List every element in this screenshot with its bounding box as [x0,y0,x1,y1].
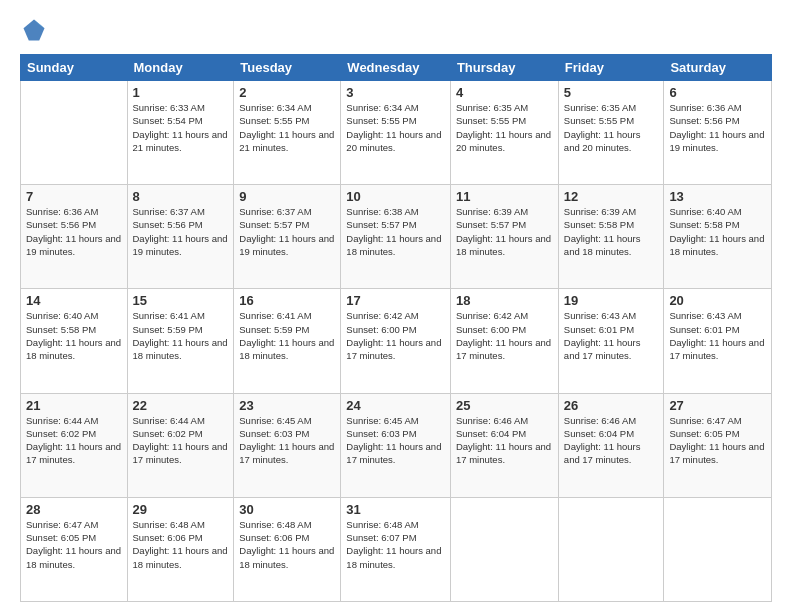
day-info: Sunrise: 6:43 AMSunset: 6:01 PMDaylight:… [564,309,659,362]
calendar-cell: 13Sunrise: 6:40 AMSunset: 5:58 PMDayligh… [664,185,772,289]
day-number: 25 [456,398,553,413]
calendar-cell: 6Sunrise: 6:36 AMSunset: 5:56 PMDaylight… [664,81,772,185]
day-number: 26 [564,398,659,413]
calendar-cell: 14Sunrise: 6:40 AMSunset: 5:58 PMDayligh… [21,289,128,393]
day-info: Sunrise: 6:45 AMSunset: 6:03 PMDaylight:… [346,414,445,467]
day-number: 6 [669,85,766,100]
calendar-cell: 2Sunrise: 6:34 AMSunset: 5:55 PMDaylight… [234,81,341,185]
day-number: 20 [669,293,766,308]
calendar-cell: 23Sunrise: 6:45 AMSunset: 6:03 PMDayligh… [234,393,341,497]
day-info: Sunrise: 6:42 AMSunset: 6:00 PMDaylight:… [346,309,445,362]
day-info: Sunrise: 6:42 AMSunset: 6:00 PMDaylight:… [456,309,553,362]
day-number: 5 [564,85,659,100]
header [20,16,772,44]
day-number: 30 [239,502,335,517]
day-number: 21 [26,398,122,413]
day-number: 31 [346,502,445,517]
day-info: Sunrise: 6:44 AMSunset: 6:02 PMDaylight:… [26,414,122,467]
day-info: Sunrise: 6:41 AMSunset: 5:59 PMDaylight:… [239,309,335,362]
day-info: Sunrise: 6:35 AMSunset: 5:55 PMDaylight:… [456,101,553,154]
calendar-cell: 27Sunrise: 6:47 AMSunset: 6:05 PMDayligh… [664,393,772,497]
calendar-cell: 21Sunrise: 6:44 AMSunset: 6:02 PMDayligh… [21,393,128,497]
calendar-cell: 3Sunrise: 6:34 AMSunset: 5:55 PMDaylight… [341,81,451,185]
day-info: Sunrise: 6:48 AMSunset: 6:06 PMDaylight:… [133,518,229,571]
day-number: 7 [26,189,122,204]
day-number: 4 [456,85,553,100]
calendar-cell: 11Sunrise: 6:39 AMSunset: 5:57 PMDayligh… [450,185,558,289]
calendar-cell: 4Sunrise: 6:35 AMSunset: 5:55 PMDaylight… [450,81,558,185]
day-info: Sunrise: 6:48 AMSunset: 6:07 PMDaylight:… [346,518,445,571]
calendar-table: SundayMondayTuesdayWednesdayThursdayFrid… [20,54,772,602]
day-number: 13 [669,189,766,204]
day-info: Sunrise: 6:40 AMSunset: 5:58 PMDaylight:… [669,205,766,258]
calendar-header-tuesday: Tuesday [234,55,341,81]
day-info: Sunrise: 6:37 AMSunset: 5:57 PMDaylight:… [239,205,335,258]
calendar-cell [450,497,558,601]
day-info: Sunrise: 6:45 AMSunset: 6:03 PMDaylight:… [239,414,335,467]
calendar-cell: 16Sunrise: 6:41 AMSunset: 5:59 PMDayligh… [234,289,341,393]
day-number: 9 [239,189,335,204]
calendar-week-row: 14Sunrise: 6:40 AMSunset: 5:58 PMDayligh… [21,289,772,393]
calendar-cell [558,497,664,601]
day-number: 19 [564,293,659,308]
calendar-header-wednesday: Wednesday [341,55,451,81]
calendar-cell: 20Sunrise: 6:43 AMSunset: 6:01 PMDayligh… [664,289,772,393]
day-info: Sunrise: 6:46 AMSunset: 6:04 PMDaylight:… [564,414,659,467]
svg-marker-0 [24,20,45,41]
day-info: Sunrise: 6:41 AMSunset: 5:59 PMDaylight:… [133,309,229,362]
logo [20,16,52,44]
day-number: 24 [346,398,445,413]
day-number: 2 [239,85,335,100]
calendar-cell: 10Sunrise: 6:38 AMSunset: 5:57 PMDayligh… [341,185,451,289]
calendar-cell: 29Sunrise: 6:48 AMSunset: 6:06 PMDayligh… [127,497,234,601]
calendar-header-monday: Monday [127,55,234,81]
calendar-cell: 25Sunrise: 6:46 AMSunset: 6:04 PMDayligh… [450,393,558,497]
day-info: Sunrise: 6:34 AMSunset: 5:55 PMDaylight:… [346,101,445,154]
day-number: 8 [133,189,229,204]
day-info: Sunrise: 6:39 AMSunset: 5:57 PMDaylight:… [456,205,553,258]
calendar-cell [664,497,772,601]
calendar-header-row: SundayMondayTuesdayWednesdayThursdayFrid… [21,55,772,81]
calendar-cell: 5Sunrise: 6:35 AMSunset: 5:55 PMDaylight… [558,81,664,185]
calendar-cell: 8Sunrise: 6:37 AMSunset: 5:56 PMDaylight… [127,185,234,289]
calendar-cell: 19Sunrise: 6:43 AMSunset: 6:01 PMDayligh… [558,289,664,393]
day-info: Sunrise: 6:35 AMSunset: 5:55 PMDaylight:… [564,101,659,154]
day-info: Sunrise: 6:43 AMSunset: 6:01 PMDaylight:… [669,309,766,362]
calendar-cell: 31Sunrise: 6:48 AMSunset: 6:07 PMDayligh… [341,497,451,601]
calendar-cell: 24Sunrise: 6:45 AMSunset: 6:03 PMDayligh… [341,393,451,497]
day-info: Sunrise: 6:39 AMSunset: 5:58 PMDaylight:… [564,205,659,258]
calendar-week-row: 21Sunrise: 6:44 AMSunset: 6:02 PMDayligh… [21,393,772,497]
day-number: 15 [133,293,229,308]
calendar-cell: 12Sunrise: 6:39 AMSunset: 5:58 PMDayligh… [558,185,664,289]
day-number: 17 [346,293,445,308]
calendar-cell: 15Sunrise: 6:41 AMSunset: 5:59 PMDayligh… [127,289,234,393]
day-number: 22 [133,398,229,413]
page: SundayMondayTuesdayWednesdayThursdayFrid… [0,0,792,612]
calendar-cell: 28Sunrise: 6:47 AMSunset: 6:05 PMDayligh… [21,497,128,601]
calendar-cell: 7Sunrise: 6:36 AMSunset: 5:56 PMDaylight… [21,185,128,289]
calendar-cell: 18Sunrise: 6:42 AMSunset: 6:00 PMDayligh… [450,289,558,393]
calendar-week-row: 28Sunrise: 6:47 AMSunset: 6:05 PMDayligh… [21,497,772,601]
calendar-header-thursday: Thursday [450,55,558,81]
day-number: 16 [239,293,335,308]
day-number: 12 [564,189,659,204]
day-number: 1 [133,85,229,100]
calendar-cell: 22Sunrise: 6:44 AMSunset: 6:02 PMDayligh… [127,393,234,497]
day-number: 11 [456,189,553,204]
calendar-cell: 17Sunrise: 6:42 AMSunset: 6:00 PMDayligh… [341,289,451,393]
day-info: Sunrise: 6:40 AMSunset: 5:58 PMDaylight:… [26,309,122,362]
day-info: Sunrise: 6:47 AMSunset: 6:05 PMDaylight:… [669,414,766,467]
day-number: 14 [26,293,122,308]
day-info: Sunrise: 6:34 AMSunset: 5:55 PMDaylight:… [239,101,335,154]
calendar-cell: 26Sunrise: 6:46 AMSunset: 6:04 PMDayligh… [558,393,664,497]
calendar-header-friday: Friday [558,55,664,81]
day-number: 27 [669,398,766,413]
day-info: Sunrise: 6:46 AMSunset: 6:04 PMDaylight:… [456,414,553,467]
day-number: 10 [346,189,445,204]
day-info: Sunrise: 6:37 AMSunset: 5:56 PMDaylight:… [133,205,229,258]
day-info: Sunrise: 6:47 AMSunset: 6:05 PMDaylight:… [26,518,122,571]
calendar-cell: 9Sunrise: 6:37 AMSunset: 5:57 PMDaylight… [234,185,341,289]
day-info: Sunrise: 6:48 AMSunset: 6:06 PMDaylight:… [239,518,335,571]
day-number: 29 [133,502,229,517]
day-info: Sunrise: 6:33 AMSunset: 5:54 PMDaylight:… [133,101,229,154]
